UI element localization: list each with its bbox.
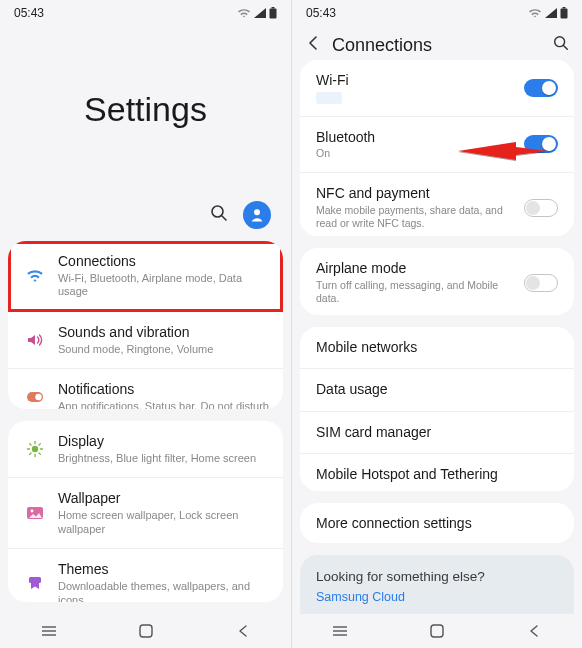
connections-row-bluetooth[interactable]: BluetoothOn <box>300 117 574 174</box>
connections-card: Wi-FiBluetoothOnNFC and paymentMake mobi… <box>300 60 574 236</box>
redacted-value <box>316 92 342 104</box>
svg-line-15 <box>39 444 40 445</box>
display-icon <box>22 440 48 458</box>
settings-row-display[interactable]: DisplayBrightness, Blue light filter, Ho… <box>8 421 283 478</box>
connections-row-nfc[interactable]: NFC and paymentMake mobile payments, sha… <box>300 173 574 236</box>
svg-rect-1 <box>270 9 277 19</box>
connections-list: Wi-FiBluetoothOnNFC and paymentMake mobi… <box>292 60 582 614</box>
nav-home[interactable] <box>407 623 467 639</box>
svg-rect-18 <box>29 577 41 583</box>
row-subtitle: Downloadable themes, wallpapers, and ico… <box>58 580 269 602</box>
settings-card: DisplayBrightness, Blue light filter, Ho… <box>8 421 283 602</box>
else-link-samsung-cloud[interactable]: Samsung Cloud <box>316 590 558 604</box>
row-title: Connections <box>58 253 269 271</box>
svg-rect-24 <box>561 9 568 19</box>
svg-point-17 <box>31 510 34 513</box>
row-title: More connection settings <box>316 515 548 533</box>
account-avatar[interactable] <box>243 201 271 229</box>
connections-screen: 05:43 Connections Wi-FiBluetoothOnNFC an… <box>291 0 582 648</box>
row-title: Mobile networks <box>316 339 548 357</box>
settings-list: ConnectionsWi-Fi, Bluetooth, Airplane mo… <box>0 241 291 614</box>
wifi-icon <box>22 269 48 283</box>
battery-status-icon <box>560 7 568 19</box>
row-subtitle: Sound mode, Ringtone, Volume <box>58 343 269 357</box>
settings-title: Settings <box>0 26 291 201</box>
status-icons <box>528 7 568 19</box>
status-time: 05:43 <box>306 6 336 20</box>
nav-recents[interactable] <box>310 624 370 638</box>
settings-row-notifications[interactable]: NotificationsApp notifications, Status b… <box>8 369 283 409</box>
connections-card: More connection settings <box>300 503 574 543</box>
nav-bar <box>0 614 291 648</box>
connections-row-datausage[interactable]: Data usage <box>300 369 574 412</box>
settings-row-sounds[interactable]: Sounds and vibrationSound mode, Ringtone… <box>8 312 283 369</box>
wifi-status-icon <box>528 8 542 18</box>
sound-icon <box>22 333 48 347</box>
connections-row-mobilenet[interactable]: Mobile networks <box>300 327 574 370</box>
row-title: NFC and payment <box>316 185 514 203</box>
else-title: Looking for something else? <box>316 569 558 584</box>
svg-line-12 <box>30 444 31 445</box>
title-actions <box>0 201 291 241</box>
wifi-status-icon <box>237 8 251 18</box>
status-bar: 05:43 <box>292 0 582 26</box>
connections-row-more[interactable]: More connection settings <box>300 503 574 543</box>
row-subtitle: Turn off calling, messaging, and Mobile … <box>316 279 514 305</box>
row-title: Airplane mode <box>316 260 514 278</box>
settings-row-connections[interactable]: ConnectionsWi-Fi, Bluetooth, Airplane mo… <box>8 241 283 312</box>
row-title: Notifications <box>58 381 269 399</box>
row-subtitle: Make mobile payments, share data, and re… <box>316 204 514 230</box>
signal-status-icon <box>254 8 266 18</box>
settings-row-wallpaper[interactable]: WallpaperHome screen wallpaper, Lock scr… <box>8 478 283 549</box>
nav-back[interactable] <box>504 624 564 638</box>
row-title: Themes <box>58 561 269 579</box>
row-subtitle: Wi-Fi, Bluetooth, Airplane mode, Data us… <box>58 272 269 300</box>
nav-home[interactable] <box>116 623 176 639</box>
svg-line-13 <box>39 453 40 454</box>
looking-for-something-else: Looking for something else?Samsung Cloud <box>300 555 574 614</box>
svg-rect-30 <box>431 625 443 637</box>
airplane-toggle[interactable] <box>524 274 558 292</box>
nav-bar <box>292 614 582 648</box>
svg-line-3 <box>222 216 226 220</box>
search-icon[interactable] <box>209 203 229 227</box>
wallpaper-icon <box>22 506 48 520</box>
status-time: 05:43 <box>14 6 44 20</box>
svg-rect-0 <box>272 7 275 9</box>
row-title: Wallpaper <box>58 490 269 508</box>
connections-card: Airplane modeTurn off calling, messaging… <box>300 248 574 315</box>
themes-icon <box>22 576 48 592</box>
row-title: SIM card manager <box>316 424 548 442</box>
row-title: Bluetooth <box>316 129 514 147</box>
connections-row-simcard[interactable]: SIM card manager <box>300 412 574 455</box>
svg-rect-23 <box>563 7 566 9</box>
wifi-toggle[interactable] <box>524 79 558 97</box>
svg-point-4 <box>254 209 260 215</box>
settings-row-themes[interactable]: ThemesDownloadable themes, wallpapers, a… <box>8 549 283 602</box>
connections-row-airplane[interactable]: Airplane modeTurn off calling, messaging… <box>300 248 574 315</box>
settings-card: ConnectionsWi-Fi, Bluetooth, Airplane mo… <box>8 241 283 409</box>
connections-row-wifi[interactable]: Wi-Fi <box>300 60 574 117</box>
row-title: Data usage <box>316 381 548 399</box>
bluetooth-toggle[interactable] <box>524 135 558 153</box>
connections-row-hotspot[interactable]: Mobile Hotspot and Tethering <box>300 454 574 490</box>
battery-status-icon <box>269 7 277 19</box>
back-icon[interactable] <box>304 34 322 56</box>
status-icons <box>237 7 277 19</box>
row-title: Wi-Fi <box>316 72 514 90</box>
svg-point-6 <box>35 394 41 400</box>
nav-recents[interactable] <box>19 624 79 638</box>
svg-point-7 <box>32 446 38 452</box>
row-subtitle: App notifications, Status bar, Do not di… <box>58 400 269 409</box>
connections-card: Mobile networksData usageSIM card manage… <box>300 327 574 491</box>
status-bar: 05:43 <box>0 0 291 26</box>
row-title: Mobile Hotspot and Tethering <box>316 466 548 484</box>
notif-icon <box>22 391 48 403</box>
search-icon[interactable] <box>552 34 570 56</box>
row-subtitle: Brightness, Blue light filter, Home scre… <box>58 452 269 466</box>
row-subtitle: On <box>316 147 514 160</box>
nav-back[interactable] <box>213 624 273 638</box>
svg-point-2 <box>212 206 223 217</box>
nfc-toggle[interactable] <box>524 199 558 217</box>
svg-rect-22 <box>140 625 152 637</box>
